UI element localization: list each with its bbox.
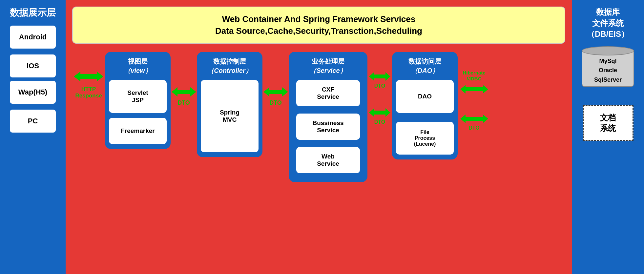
dto-arrows-to-dao: DTO DTO <box>367 70 392 125</box>
dto-arrow-1-svg <box>172 85 196 99</box>
svg-marker-0 <box>74 72 80 81</box>
controller-layer-title: 数据控制层（Controller） <box>207 57 252 75</box>
svg-rect-13 <box>374 111 385 115</box>
controller-layer: 数据控制层（Controller） SpringMVC <box>197 52 262 157</box>
db-cylinder-container: MySqlOracleSqlServer <box>582 46 634 87</box>
dto-file-label: DTO <box>468 125 479 131</box>
dto-label-2: DTO <box>269 99 282 106</box>
dto-top: DTO <box>369 70 390 89</box>
svg-marker-2 <box>97 72 103 81</box>
main-container: 数据展示层 Android IOS Wap(H5) PC Web Contain… <box>0 0 644 274</box>
client-android: Android <box>10 26 56 49</box>
svg-rect-10 <box>374 74 385 78</box>
dto-label-1: DTO <box>177 99 190 106</box>
banner-text: Web Container And Spring Framework Servi… <box>83 13 555 37</box>
svg-marker-15 <box>460 85 466 94</box>
service-boxes: CXFService BussinessService WebService <box>293 80 364 177</box>
svg-marker-12 <box>369 108 374 117</box>
http-arrow-svg <box>74 68 103 85</box>
view-layer: 视图层（view） ServletJSP Freemarker <box>105 52 171 149</box>
http-response-label: HTTPResponse <box>75 86 102 99</box>
svg-marker-5 <box>190 87 196 96</box>
svg-marker-17 <box>483 85 488 94</box>
svg-marker-3 <box>172 87 177 96</box>
bussiness-service-box: BussinessService <box>296 114 360 140</box>
layers-row: HTTPResponse 视图层（view） ServletJSP Freema… <box>72 52 565 267</box>
client-ios: IOS <box>10 54 56 77</box>
freemarker-box: Freemarker <box>109 118 167 144</box>
svg-marker-8 <box>282 87 288 96</box>
svg-marker-11 <box>385 72 390 81</box>
svg-rect-1 <box>80 74 97 79</box>
svg-marker-18 <box>460 115 466 123</box>
hibernate-section: Hibernate/JDBC <box>460 70 488 95</box>
spring-mvc-box: SpringMVC <box>201 80 259 152</box>
dto-arrow-2: DTO <box>262 85 289 106</box>
svg-rect-16 <box>466 87 483 91</box>
dto-top-label: DTO <box>374 83 385 89</box>
svg-marker-9 <box>369 72 374 81</box>
service-layer: 业务处理层（Service） CXFService BussinessServi… <box>289 52 367 182</box>
dao-box: DAO <box>396 80 454 113</box>
center-area: Web Container And Spring Framework Servi… <box>66 0 572 274</box>
dto-arrow-2-svg <box>263 85 288 99</box>
dao-boxes: DAO FileProcess(Lucene) <box>396 80 454 155</box>
svg-rect-7 <box>269 90 282 94</box>
top-banner: Web Container And Spring Framework Servi… <box>72 7 565 44</box>
svg-rect-4 <box>177 90 190 94</box>
dto-file-arrow-svg <box>460 113 488 125</box>
svg-marker-14 <box>385 108 390 117</box>
client-wap: Wap(H5) <box>10 81 56 104</box>
dao-layer: 数据访问层（DAO） DAO FileProcess(Lucene) <box>392 52 458 159</box>
db-text: MySqlOracleSqlServer <box>594 56 622 85</box>
dao-layer-title: 数据访问层（DAO） <box>408 57 441 75</box>
dto-bottom-svg <box>369 106 390 119</box>
dto-top-svg <box>369 70 390 83</box>
dto-arrow-1: DTO <box>171 85 197 106</box>
client-pc: PC <box>10 110 56 133</box>
left-sidebar: 数据展示层 Android IOS Wap(H5) PC <box>0 0 66 274</box>
http-response-section: HTTPResponse <box>72 68 105 99</box>
file-doc-text: 文档系统 <box>600 113 616 134</box>
service-layer-title: 业务处理层（Service） <box>310 57 346 75</box>
cxf-service-box: CXFService <box>296 80 360 106</box>
hibernate-arrow-svg <box>460 83 488 95</box>
file-doc-area: 文档系统 <box>583 105 634 141</box>
view-layer-title: 视图层（view） <box>124 57 151 75</box>
svg-marker-6 <box>263 87 269 96</box>
file-doc-box: 文档系统 <box>583 105 634 141</box>
hibernate-label: Hibernate/JDBC <box>463 70 485 82</box>
svg-marker-20 <box>483 115 488 123</box>
right-sidebar-title: 数据库文件系统（DB/EIS） <box>587 7 629 40</box>
dto-bottom-label: DTO <box>374 119 385 125</box>
dto-bottom: DTO <box>369 106 390 125</box>
svg-rect-19 <box>466 117 483 121</box>
file-process-box: FileProcess(Lucene) <box>396 122 454 155</box>
servlet-jsp-box: ServletJSP <box>109 80 167 113</box>
left-sidebar-title: 数据展示层 <box>10 7 56 19</box>
web-service-box: WebService <box>296 147 360 173</box>
db-cylinder-body: MySqlOracleSqlServer <box>582 51 634 87</box>
right-arrows-group: Hibernate/JDBC DTO <box>458 70 490 131</box>
dto-file-section: DTO <box>460 113 488 131</box>
right-sidebar: 数据库文件系统（DB/EIS） MySqlOracleSqlServer 文档系… <box>572 0 644 274</box>
